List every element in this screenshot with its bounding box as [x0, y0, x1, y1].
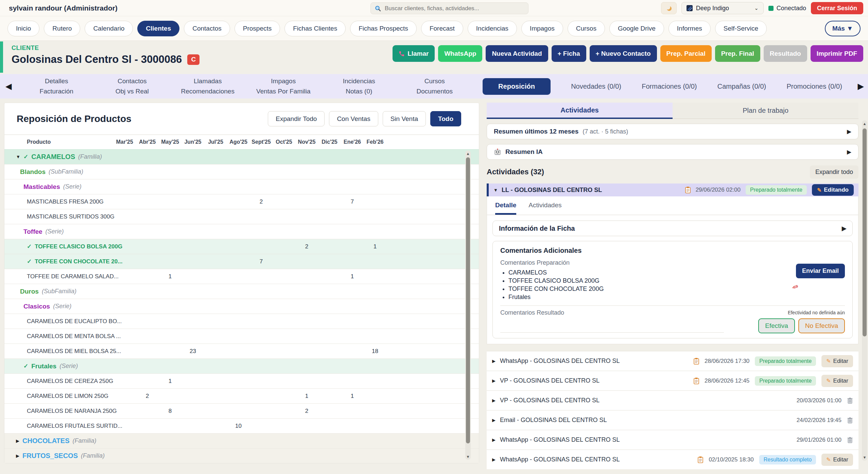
table-row-chocolates[interactable]: ▶CHOCOLATES(Familia)	[4, 433, 479, 448]
nav-tab-rutero[interactable]: Rutero	[44, 21, 80, 36]
subnav-link-cursos[interactable]: Cursos	[397, 77, 473, 85]
action-button-nueva-actividad[interactable]: Nueva Actividad	[486, 45, 548, 62]
trash-icon[interactable]	[847, 417, 853, 424]
caret-right-icon[interactable]: ▶	[16, 438, 19, 443]
scrollbar-thumb[interactable]	[863, 128, 867, 336]
scroll-right-icon[interactable]: ▶	[858, 82, 864, 91]
global-search[interactable]	[370, 2, 528, 14]
subnav-link-notas-0[interactable]: Notas (0)	[321, 88, 397, 95]
caret-right-icon[interactable]: ▶	[492, 437, 496, 442]
panel-tab-promociones-0-0[interactable]: Promociones (0/0)	[786, 83, 842, 90]
action-button-nuevo-contacto[interactable]: + Nuevo Contacto	[590, 45, 657, 62]
tab-actividades-inner[interactable]: Actividades	[528, 201, 561, 215]
subnav-link-obj-vs-real[interactable]: Obj vs Real	[94, 88, 170, 95]
nav-tab-informes[interactable]: Informes	[669, 21, 711, 36]
panel-tab-campa-as-0-0[interactable]: Campañas (0/0)	[717, 83, 766, 90]
activity-row[interactable]: ▶Email - GOLOSINAS DEL CENTRO SL24/02/20…	[487, 410, 858, 430]
nav-tab-cursos[interactable]: Cursos	[568, 21, 605, 36]
panel-tab-formaciones-0-0[interactable]: Formaciones (0/0)	[642, 83, 697, 90]
send-email-button[interactable]: Enviar Email	[796, 264, 845, 278]
effective-button[interactable]: Efectiva	[758, 318, 795, 333]
panel-tab-novedades-0-0[interactable]: Novedades (0/0)	[571, 83, 621, 90]
edit-button[interactable]: ✎Editar	[821, 355, 853, 367]
table-row-caramelos[interactable]: ▼✓CARAMELOS(Familia)	[4, 149, 479, 164]
nav-tab-forecast[interactable]: Forecast	[421, 21, 463, 36]
scroll-left-icon[interactable]: ◀	[5, 82, 12, 91]
nav-tab-inicio[interactable]: Inicio	[7, 21, 39, 36]
nav-tab-prospects[interactable]: Prospects	[235, 21, 280, 36]
dark-mode-button[interactable]	[661, 2, 677, 14]
panel-tab-reposici-n[interactable]: Reposición	[483, 78, 551, 95]
table-row-frutos-secos[interactable]: ▶FRUTOS_SECOS(Familia)	[4, 448, 479, 463]
tab-plan-de-trabajo[interactable]: Plan de trabajo	[673, 103, 858, 119]
tab-detalle[interactable]: Detalle	[495, 201, 516, 215]
action-button-whatsapp[interactable]: WhatsApp	[438, 45, 482, 62]
scrollbar-thumb[interactable]	[466, 157, 470, 443]
subnav-link-detalles[interactable]: Detalles	[19, 77, 94, 85]
nav-tab-clientes[interactable]: Clientes	[137, 21, 179, 36]
nav-tab-incidencias[interactable]: Incidencias	[468, 21, 517, 36]
trash-icon[interactable]	[847, 397, 853, 404]
right-panel-scrollbar[interactable]: ▲ ▼	[862, 120, 867, 461]
action-button-prep-parcial[interactable]: Prep. Parcial	[660, 45, 712, 62]
caret-right-icon[interactable]: ▶	[492, 457, 496, 462]
subnav-link-llamadas[interactable]: Llamadas	[170, 77, 246, 85]
scroll-down-icon[interactable]: ▼	[465, 455, 471, 459]
action-button-llamar[interactable]: Llamar	[393, 45, 435, 62]
result-comments-input[interactable]	[500, 318, 724, 333]
without-sales-button[interactable]: Sin Venta	[383, 111, 426, 126]
expand-all-activities-button[interactable]: Expandir todo	[810, 165, 858, 179]
activity-row[interactable]: ▶WhatsApp - GOLOSINAS DEL CENTRO SL29/01…	[487, 430, 858, 450]
trash-icon[interactable]	[847, 437, 853, 443]
action-button-ficha[interactable]: + Ficha	[552, 45, 586, 62]
caret-right-icon[interactable]: ▶	[492, 418, 496, 423]
left-table-scrollbar[interactable]: ▲ ▼	[465, 151, 471, 460]
activity-row[interactable]: ▶VP - GOLOSINAS DEL CENTRO SL28/06/2026 …	[487, 371, 858, 390]
caret-right-icon[interactable]: ▶	[492, 378, 496, 383]
subnav-link-recomendaciones[interactable]: Recomendaciones	[170, 88, 246, 95]
action-button-imprimir-pdf[interactable]: Imprimir PDF	[811, 45, 863, 62]
logout-button[interactable]: Cerrar Sesión	[811, 2, 863, 14]
activity-row[interactable]: ▶WhatsApp - GOLOSINAS DEL CENTRO SL28/06…	[487, 351, 858, 371]
expand-all-button[interactable]: Expandir Todo	[268, 111, 325, 126]
activity-row[interactable]: ▶WhatsApp - GOLOSINAS DEL CENTRO SL02/10…	[487, 450, 858, 469]
activity-row[interactable]: ▶VP - GOLOSINAS DEL CENTRO SL20/03/2026 …	[487, 390, 858, 410]
expanded-activity-header[interactable]: ▼ LL - GOLOSINAS DEL CENTRO SL 29/06/202…	[487, 183, 858, 196]
nav-tab-fichas-clientes[interactable]: Fichas Clientes	[284, 21, 346, 36]
subnav-link-impagos[interactable]: Impagos	[246, 77, 322, 85]
action-button-prep-final[interactable]: Prep. Final	[715, 45, 760, 62]
theme-select[interactable]: Deep Indigo ⌄	[681, 2, 764, 14]
scroll-up-icon[interactable]: ▲	[465, 152, 471, 156]
not-effective-button[interactable]: No Efectiva	[798, 318, 845, 333]
all-button[interactable]: Todo	[430, 111, 461, 126]
caret-down-icon[interactable]: ▼	[493, 188, 498, 193]
subnav-link-contactos[interactable]: Contactos	[94, 77, 170, 85]
nav-tab-fichas-prospects[interactable]: Fichas Prospects	[350, 21, 417, 36]
nav-tab-google-drive[interactable]: Google Drive	[609, 21, 664, 36]
caret-right-icon[interactable]: ▶	[492, 358, 496, 364]
edit-button[interactable]: ✎Editar	[821, 375, 853, 387]
ai-summary-row[interactable]: Resumen IA ▶	[487, 144, 858, 160]
subnav-link-facturaci-n[interactable]: Facturación	[19, 88, 94, 95]
caret-right-icon[interactable]: ▶	[16, 453, 19, 458]
subnav-link-documentos[interactable]: Documentos	[397, 88, 473, 95]
with-sales-button[interactable]: Con Ventas	[329, 111, 378, 126]
summary-12-months-row[interactable]: Resumen últimos 12 meses (7 act. · 5 fic…	[487, 124, 858, 139]
search-input[interactable]	[384, 5, 524, 12]
more-button[interactable]: Más ▼	[825, 21, 861, 36]
nav-tab-self-service[interactable]: Self-Service	[715, 21, 767, 36]
subnav-link-ventas-por-familia[interactable]: Ventas Por Familia	[246, 88, 322, 95]
action-button-resultado[interactable]: Resultado	[764, 45, 807, 62]
caret-down-icon[interactable]: ▼	[16, 154, 20, 159]
nav-tab-contactos[interactable]: Contactos	[184, 21, 230, 36]
scroll-up-icon[interactable]: ▲	[862, 122, 867, 126]
ficha-info-row[interactable]: Información de la Ficha ▶	[492, 221, 853, 236]
nav-tab-calendario[interactable]: Calendario	[85, 21, 133, 36]
nav-tab-impagos[interactable]: Impagos	[521, 21, 563, 36]
editing-button[interactable]: ✎ Editando	[812, 184, 854, 196]
caret-right-icon[interactable]: ▶	[492, 398, 496, 403]
subnav-link-incidencias[interactable]: Incidencias	[321, 77, 397, 85]
tab-actividades[interactable]: Actividades	[487, 103, 673, 119]
scroll-down-icon[interactable]: ▼	[862, 455, 867, 459]
edit-button[interactable]: ✎Editar	[821, 454, 853, 466]
